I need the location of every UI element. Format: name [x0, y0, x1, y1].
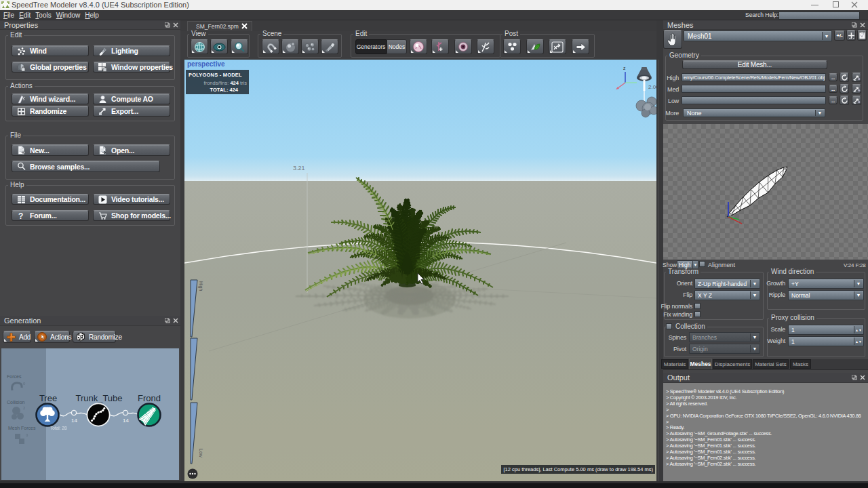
svg-text:3.21: 3.21: [293, 165, 305, 171]
svg-text:High: High: [198, 281, 203, 291]
svg-text:?: ?: [18, 211, 23, 220]
svg-text:14: 14: [123, 418, 129, 424]
svg-text:14: 14: [71, 418, 77, 424]
svg-text:Low: Low: [199, 449, 203, 458]
svg-text:z: z: [623, 66, 626, 70]
